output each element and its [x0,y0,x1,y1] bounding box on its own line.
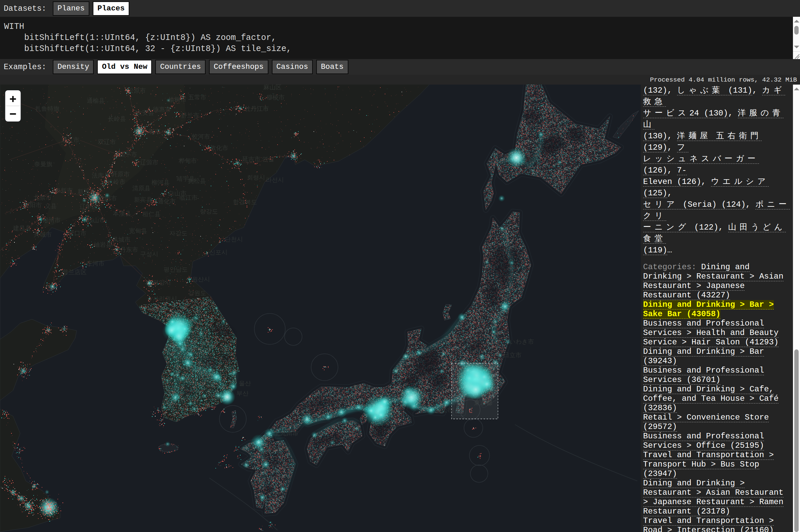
svg-text:자강도: 자강도 [169,230,187,236]
svg-text:부산: 부산 [237,390,249,397]
svg-text:义县: 义县 [45,203,57,209]
svg-text:량강도: 량강도 [200,208,218,215]
svg-text:扎鲁特旗: 扎鲁特旗 [35,106,59,112]
svg-text:辽中区: 辽中区 [80,204,98,210]
svg-text:清原县: 清原县 [132,185,150,192]
svg-text:长岭县: 长岭县 [108,115,126,122]
svg-text:원산시: 원산시 [192,276,210,283]
svg-text:라선시: 라선시 [266,176,284,183]
svg-text:단천시: 단천시 [225,236,243,243]
svg-text:회령시: 회령시 [247,174,265,181]
svg-text:牡丹江市: 牡丹江市 [244,106,269,112]
svg-text:평안남도: 평안남도 [164,266,188,273]
svg-text:临江市: 临江市 [179,194,198,201]
svg-text:延吉市 연길: 延吉市 연길 [242,156,274,163]
svg-text:奈曼旗: 奈曼旗 [34,161,52,168]
svg-text:双辽市: 双辽市 [98,139,116,145]
svg-text:穆棱市: 穆棱市 [267,94,285,101]
svg-text:麻山区: 麻山区 [263,84,281,91]
svg-text:德惠市: 德惠市 [153,106,171,113]
svg-text:舒兰市: 舒兰市 [181,112,199,119]
svg-text:강원도: 강원도 [188,290,206,297]
svg-text:本溪县: 本溪县 [113,210,131,217]
svg-text:通榆县: 通榆县 [87,97,105,104]
svg-text:평양시: 평양시 [153,279,171,286]
svg-text:凤城市: 凤城市 [112,236,130,243]
svg-text:蛟河市: 蛟河市 [192,133,210,140]
svg-text:함경북도: 함경북도 [233,199,257,205]
svg-text:岫岩县: 岫岩县 [94,241,112,248]
svg-text:兴城市: 兴城市 [34,231,52,238]
svg-text:建昌县: 建昌县 [13,225,31,232]
svg-text:구성시: 구성시 [140,251,158,258]
svg-text:辽源市: 辽源市 [140,159,158,166]
svg-text:いわき市: いわき市 [509,338,534,345]
svg-text:北票市: 北票市 [34,194,52,201]
svg-text:农安县: 农安县 [136,110,154,116]
svg-text:桦甸市: 桦甸市 [178,157,197,164]
svg-text:울산: 울산 [239,380,251,387]
svg-text:新宾县: 新宾县 [134,196,152,203]
svg-text:丹东市: 丹东市 [120,246,138,253]
svg-text:普兰店区: 普兰店区 [62,269,87,276]
svg-text:五常市: 五常市 [188,94,206,101]
svg-text:靖宇县: 靖宇县 [177,175,195,182]
svg-text:신포시: 신포시 [209,249,228,256]
svg-text:开原市: 开原市 [112,171,130,177]
svg-text:桓仁县: 桓仁县 [142,211,161,217]
svg-text:敦化市: 敦化市 [210,145,228,151]
svg-text:四平市: 四平市 [119,151,137,158]
svg-text:日立市: 日立市 [503,352,522,359]
svg-text:榆树市: 榆树市 [168,96,186,103]
svg-text:宽甸县: 宽甸县 [129,228,147,234]
svg-text:铁岭市: 铁岭市 [107,178,125,185]
svg-text:柳河县: 柳河县 [151,179,170,186]
